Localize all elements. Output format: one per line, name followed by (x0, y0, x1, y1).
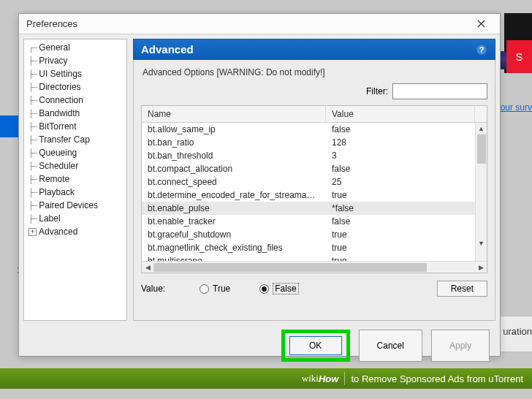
reset-button[interactable]: Reset (437, 281, 487, 297)
setting-value: false (326, 124, 487, 134)
table-row[interactable]: bt.graceful_shutdowntrue (142, 228, 487, 241)
table-row[interactable]: bt.ban_ratio128 (142, 136, 487, 149)
sidebar-item-privacy[interactable]: ├┄Privacy (24, 54, 126, 67)
filter-input[interactable] (392, 83, 487, 99)
setting-name: bt.compact_allocation (142, 164, 326, 174)
value-label: Value: (141, 284, 185, 294)
setting-value: *false (326, 203, 487, 213)
vertical-scrollbar[interactable]: ▲ ▼ (475, 123, 487, 261)
filter-label: Filter: (366, 86, 388, 96)
setting-name: bt.magnetlink_check_existing_files (142, 243, 326, 253)
setting-name: bt.ban_ratio (142, 137, 326, 148)
sidebar-item-advanced[interactable]: +Advanced (24, 225, 126, 238)
dialog-titlebar: Preferences (19, 14, 500, 34)
radio-true-icon (200, 284, 209, 294)
bg-red-button: S (506, 40, 532, 73)
ok-button[interactable]: OK (289, 336, 342, 355)
footer-banner: wikiHow to Remove Sponsored Ads from uTo… (0, 368, 532, 389)
section-header: Advanced ? (133, 39, 495, 60)
preferences-dialog: Preferences ┌┄General ├┄Privacy ├┄UI Set… (18, 13, 501, 357)
table-row[interactable]: bt.magnetlink_check_existing_filestrue (142, 241, 487, 254)
radio-true[interactable]: True (200, 283, 230, 294)
setting-name: bt.allow_same_ip (142, 124, 326, 134)
setting-name: bt.enable_tracker (142, 216, 326, 227)
scroll-left-icon[interactable]: ◀ (142, 262, 153, 273)
setting-name: bt.multiscrape (142, 256, 326, 261)
section-title: Advanced (141, 43, 194, 56)
help-icon[interactable]: ? (476, 44, 487, 56)
table-row[interactable]: bt.multiscrapetrue (142, 254, 487, 261)
expand-icon[interactable]: + (28, 228, 37, 236)
sidebar-item-ui-settings[interactable]: ├┄UI Settings (24, 67, 126, 80)
sidebar-item-paired-devices[interactable]: ├┄Paired Devices (24, 199, 126, 212)
table-row[interactable]: bt.connect_speed25 (142, 175, 487, 189)
setting-value: false (326, 216, 487, 227)
setting-name: bt.determine_encoded_rate_for_streamable… (142, 190, 326, 200)
close-icon (477, 20, 485, 28)
sidebar-item-queueing[interactable]: ├┄Queueing (24, 146, 126, 159)
sidebar-item-remote[interactable]: ├┄Remote (24, 172, 126, 186)
setting-value: false (326, 164, 487, 174)
sidebar-item-bittorrent[interactable]: ├┄BitTorrent (24, 120, 126, 133)
setting-value: true (326, 256, 487, 261)
table-row[interactable]: bt.enable_trackerfalse (142, 215, 487, 228)
sidebar-item-bandwidth[interactable]: ├┄Bandwidth (24, 107, 126, 120)
setting-value: true (326, 243, 487, 253)
scroll-up-icon[interactable]: ▲ (476, 123, 487, 134)
sidebar-item-connection[interactable]: ├┄Connection (24, 94, 126, 107)
bg-text-fragment: uration (503, 326, 532, 337)
close-button[interactable] (469, 16, 493, 32)
scroll-right-icon[interactable]: ▶ (475, 262, 487, 273)
footer-brand-wiki: wiki (302, 373, 319, 384)
category-sidebar[interactable]: ┌┄General ├┄Privacy ├┄UI Settings ├┄Dire… (23, 39, 127, 321)
scroll-down-icon[interactable]: ▼ (476, 238, 487, 249)
setting-value: true (326, 229, 487, 240)
cancel-button[interactable]: Cancel (359, 330, 422, 362)
setting-name: bt.graceful_shutdown (142, 229, 326, 240)
sidebar-item-label[interactable]: ├┄Label (24, 212, 126, 225)
setting-value: 25 (326, 177, 487, 187)
radio-false-icon (259, 284, 269, 294)
dialog-title: Preferences (26, 18, 469, 29)
sidebar-item-general[interactable]: ┌┄General (24, 41, 126, 54)
setting-value: 128 (326, 137, 487, 148)
bg-blue-accent (0, 115, 18, 137)
sidebar-item-directories[interactable]: ├┄Directories (24, 80, 126, 94)
footer-brand-how: How (319, 373, 338, 384)
setting-value: 3 (326, 151, 487, 161)
ok-highlight: OK (281, 330, 350, 362)
column-header-name[interactable]: Name (142, 106, 326, 122)
settings-table: Name Value bt.allow_same_ipfalsebt.ban_r… (141, 105, 487, 273)
table-row[interactable]: bt.ban_threshold3 (142, 149, 487, 162)
footer-article-title: to Remove Sponsored Ads from uTorrent (351, 373, 523, 384)
apply-button: Apply (431, 330, 490, 362)
table-row[interactable]: bt.determine_encoded_rate_for_streamable… (142, 189, 487, 202)
hscroll-thumb[interactable] (153, 263, 427, 272)
column-header-value[interactable]: Value (326, 106, 475, 122)
setting-name: bt.enable_pulse (142, 203, 326, 213)
horizontal-scrollbar[interactable]: ◀ ▶ (142, 261, 487, 273)
sidebar-item-transfer-cap[interactable]: ├┄Transfer Cap (24, 133, 126, 146)
sidebar-item-scheduler[interactable]: ├┄Scheduler (24, 159, 126, 172)
warning-text: Advanced Options [WARNING: Do not modify… (141, 66, 487, 83)
table-row[interactable]: bt.allow_same_ipfalse (142, 123, 487, 136)
setting-name: bt.connect_speed (142, 177, 326, 187)
scroll-thumb[interactable] (477, 134, 486, 164)
radio-false[interactable]: False (259, 283, 298, 294)
setting-value: true (326, 190, 487, 200)
table-row[interactable]: bt.compact_allocationfalse (142, 162, 487, 175)
setting-name: bt.ban_threshold (142, 151, 326, 161)
sidebar-item-playback[interactable]: ├┄Playback (24, 186, 126, 199)
table-row[interactable]: bt.enable_pulse*false (142, 202, 487, 215)
